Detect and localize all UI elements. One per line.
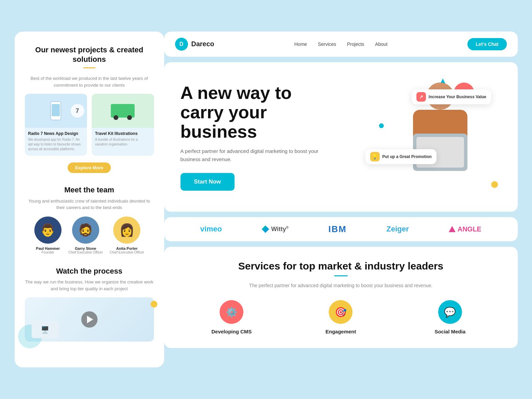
brand-ibm: IBM [328, 224, 347, 235]
nav-services[interactable]: Services [318, 41, 336, 47]
member-name-paul: Paul Hammer [34, 246, 62, 250]
logo-icon: D [175, 38, 188, 51]
projects-grid: 7 Radio 7 News App Design We developed a… [25, 94, 154, 156]
team-title: Meet the team [25, 185, 154, 195]
service-cards-grid: ⚙️ Developing CMS 🎯 Engagement 💬 Social … [181, 300, 501, 334]
team-member-garry: 🧔 Garry Stone Chief Executive Officer [68, 216, 103, 254]
avatar-paul: 👨 [34, 216, 62, 244]
project-2-desc: A bundle of illustrations for a vacation… [95, 137, 151, 147]
process-subtitle: The way we run the business. How we orga… [25, 279, 154, 292]
hero-section: A new way to carry your business A perfe… [164, 62, 518, 212]
hero-right: ▲ [359, 76, 501, 198]
phone-screen [52, 104, 60, 116]
project-thumb-1: 7 [25, 94, 87, 128]
avatar-garry: 🧔 [72, 216, 99, 244]
project-2-title: Travel Kit Illustrations [95, 131, 151, 136]
project-1-title: Radio 7 News App Design [28, 131, 84, 136]
member-role-garry: Chief Executive Officer [68, 250, 103, 254]
project-card-body-1: Radio 7 News App Design We developed app… [25, 128, 87, 156]
projects-section: Our newest projects & created solutions … [25, 45, 154, 173]
badge-promotion-icon: 💡 [370, 152, 380, 161]
brand-vimeo: vimeo [200, 225, 222, 233]
service-social-icon: 💬 [444, 307, 456, 318]
angle-triangle-icon [449, 226, 456, 232]
angle-label: ANGLE [458, 225, 481, 233]
service-social: 💬 Social Media [399, 300, 501, 334]
desk-element: 🖥️ [32, 321, 59, 338]
team-subtitle: Young and enthusiastic crew of talented … [25, 198, 154, 211]
nav-home[interactable]: Home [294, 41, 307, 47]
badge-increase-icon: ↗ [416, 92, 426, 102]
team-section: Meet the team Young and enthusiastic cre… [25, 185, 154, 254]
service-engagement-icon: 🎯 [335, 307, 347, 318]
process-title: Watch the process [25, 266, 154, 276]
badge-increase-text: Increase Your Business Value [429, 94, 486, 99]
brand-angle: ANGLE [449, 225, 481, 233]
member-role-paul: Founder [34, 250, 62, 254]
start-now-button[interactable]: Start Now [181, 173, 235, 191]
logo-area: D Dareco [175, 38, 214, 51]
member-role-anita: Chief Executive Officer [110, 250, 144, 254]
services-subtitle: The perfect partner for advanced digital… [181, 282, 501, 289]
team-members-list: 👨 Paul Hammer Founder 🧔 Garry Stone Chie… [25, 216, 154, 254]
brand-witty: Witty® [262, 225, 289, 233]
hero-subtitle: A perfect partner for advanced digital m… [181, 147, 323, 163]
services-title: Services for top market & industry leade… [181, 260, 501, 272]
hero-title: A new way to carry your business [181, 83, 323, 142]
service-social-name: Social Media [399, 329, 501, 334]
play-triangle-icon [87, 316, 93, 323]
nav-about[interactable]: About [375, 41, 388, 47]
service-cms-icon-wrap: ⚙️ [220, 300, 243, 324]
hero-left: A new way to carry your business A perfe… [181, 83, 323, 191]
witty-label: Witty® [271, 226, 289, 233]
service-engagement-icon-wrap: 🎯 [329, 300, 353, 324]
badge-promotion: 💡 Put up a Great Promotion [365, 149, 436, 164]
yellow-underline [83, 67, 96, 68]
play-button[interactable] [81, 311, 98, 328]
explore-more-button[interactable]: Explore More [68, 162, 110, 173]
process-section: Watch the process The way we run the bus… [25, 266, 154, 342]
logo-text: Dareco [191, 40, 214, 48]
projects-title: Our newest projects & created solutions [25, 45, 154, 65]
project-card-body-2: Travel Kit Illustrations A bundle of ill… [92, 128, 154, 151]
member-name-garry: Garry Stone [68, 246, 103, 250]
service-engagement: 🎯 Engagement [290, 300, 392, 334]
navbar: D Dareco Home Services Projects About Le… [164, 32, 518, 57]
logos-section: vimeo Witty® IBM Zeiger ANGLE [164, 217, 518, 241]
teal-underline [334, 275, 348, 276]
witty-gem-icon [262, 225, 269, 233]
nav-links: Home Services Projects About [294, 41, 388, 47]
phone-mock [50, 101, 61, 120]
services-section: Services for top market & industry leade… [164, 247, 518, 348]
project-card-2[interactable]: Travel Kit Illustrations A bundle of ill… [92, 94, 154, 156]
project-card-1[interactable]: 7 Radio 7 News App Design We developed a… [25, 94, 87, 156]
member-name-anita: Anita Porter [110, 246, 144, 250]
badge-increase-business: ↗ Increase Your Business Value [412, 89, 491, 104]
service-cms-icon: ⚙️ [226, 307, 238, 318]
service-cms: ⚙️ Developing CMS [181, 300, 283, 334]
video-thumbnail[interactable]: 🖥️ [25, 297, 154, 342]
service-engagement-name: Engagement [290, 329, 392, 334]
projects-subtitle: Best of the workload we produced in the … [25, 75, 154, 88]
team-member-anita: 👩 Anita Porter Chief Executive Officer [110, 216, 144, 254]
avatar-anita: 👩 [113, 216, 140, 244]
service-social-icon-wrap: 💬 [438, 300, 462, 324]
deco-dot [151, 301, 157, 308]
van-wheel-right [127, 115, 132, 120]
nav-projects[interactable]: Projects [347, 41, 364, 47]
project-thumb-2 [92, 94, 154, 128]
lets-chat-button[interactable]: Let's Chat [467, 38, 507, 50]
circle-7: 7 [71, 104, 84, 118]
badge-promotion-text: Put up a Great Promotion [382, 154, 432, 159]
brand-zeiger: Zeiger [387, 225, 409, 233]
van-container [111, 104, 135, 118]
right-panel: D Dareco Home Services Projects About Le… [164, 32, 518, 367]
project-1-desc: We developed app for Radio 7. An apt way… [28, 137, 84, 152]
van-wheel-left [114, 115, 118, 120]
team-member-paul: 👨 Paul Hammer Founder [34, 216, 62, 254]
service-cms-name: Developing CMS [181, 329, 283, 334]
left-panel: Our newest projects & created solutions … [15, 32, 164, 367]
